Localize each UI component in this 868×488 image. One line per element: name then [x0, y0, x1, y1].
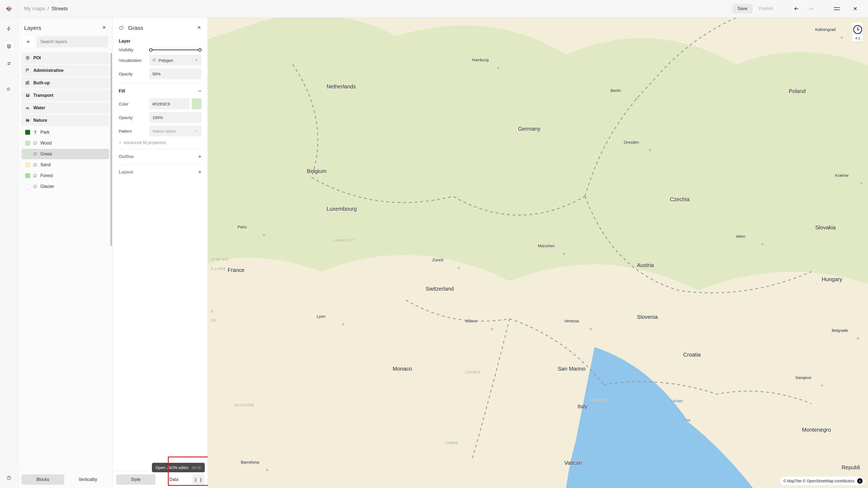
layer-item-grass[interactable]: Grass [22, 149, 109, 159]
svg-point-6 [28, 96, 29, 96]
layer-item-forest[interactable]: Forest [22, 170, 109, 181]
map-svg [208, 18, 868, 488]
rail-help-button[interactable] [4, 474, 13, 483]
visibility-label: Visibility [119, 47, 146, 52]
close-icon [852, 6, 858, 11]
plus-icon: + [198, 169, 202, 176]
tab-verticality[interactable]: Verticality [66, 475, 109, 485]
layers-list[interactable]: POI Administrative Built-up Transport Wa… [18, 51, 113, 471]
separator [5, 76, 12, 76]
section-outline-toggle[interactable]: Outline + [119, 153, 202, 160]
layer-item-wood[interactable]: Wood [22, 138, 109, 148]
city-dot [491, 328, 493, 330]
group-label: Built-up [33, 80, 50, 86]
layer-label: Grass [40, 152, 52, 156]
layer-label: Wood [40, 141, 52, 145]
clock-icon [852, 24, 863, 35]
add-layer-button[interactable] [23, 36, 34, 47]
save-button[interactable]: Save [733, 4, 752, 13]
visualization-label: Visualization [119, 58, 146, 63]
city-dot [263, 234, 265, 236]
layer-opacity-input[interactable]: 50% [149, 68, 202, 79]
map-canvas[interactable]: NetherlandsGermanyPolandBelgiumLuxembour… [208, 18, 868, 488]
plus-icon: + [198, 153, 202, 160]
layer-group-poi[interactable]: POI [22, 52, 109, 64]
chevron-down-icon [194, 129, 198, 133]
scrollbar[interactable] [111, 53, 112, 246]
layer-item-glacier[interactable]: Glacier [22, 182, 109, 192]
layer-group-administrative[interactable]: Administrative [22, 65, 109, 76]
city-dot [342, 323, 344, 325]
help-icon [6, 476, 11, 480]
city-dot [636, 98, 638, 99]
bolt-icon [6, 26, 11, 31]
group-label: Transport [33, 93, 54, 98]
fill-opacity-value: 100% [152, 115, 163, 120]
back-button[interactable] [792, 5, 801, 13]
topbar: My maps / Streets Save Publish [0, 0, 868, 18]
city-dot [497, 67, 499, 69]
search-layers-input[interactable] [37, 36, 108, 47]
tab-blocks[interactable]: Blocks [22, 475, 64, 485]
city-dot [267, 469, 268, 471]
map-version-value: 4.1 [855, 36, 860, 40]
layers-icon [6, 44, 11, 48]
layer-item-park[interactable]: T Park [22, 127, 109, 137]
publish-button[interactable]: Publish [754, 4, 778, 13]
polygon-icon [33, 173, 38, 178]
collapse-fill-button[interactable]: − [198, 88, 202, 95]
fill-pattern-dropdown[interactable]: Select option [149, 126, 202, 136]
fill-color-label: Color [119, 102, 146, 106]
section-layout-toggle[interactable]: Layout + [119, 169, 202, 176]
city-dot [563, 253, 565, 255]
fill-pattern-label: Pattern [119, 129, 146, 133]
layer-group-nature[interactable]: Nature [22, 115, 109, 126]
tool-rail [0, 18, 18, 488]
color-swatch [25, 162, 30, 167]
map-attribution: © MapTiler © OpenStreetMap contributors … [780, 477, 865, 485]
topbar-actions: Save Publish [733, 4, 868, 13]
puzzle-icon [6, 87, 11, 92]
layer-opacity-value: 50% [152, 72, 161, 76]
menu-button[interactable] [833, 5, 841, 13]
color-swatch [25, 173, 30, 178]
layer-group-transport[interactable]: Transport [22, 90, 109, 101]
rail-layers-button[interactable] [4, 41, 13, 51]
rail-plugins-button[interactable] [4, 85, 13, 94]
layer-group-builtup[interactable]: Built-up [22, 77, 109, 89]
color-swatch [25, 141, 30, 145]
menu-icon [834, 7, 840, 10]
rail-quick-button[interactable] [4, 24, 13, 33]
forward-button[interactable] [807, 5, 815, 13]
tab-data[interactable]: Data [158, 475, 190, 485]
breadcrumb: My maps / Streets [18, 6, 733, 12]
info-icon[interactable]: i [857, 478, 863, 484]
layer-item-sand[interactable]: Sand [22, 160, 109, 170]
fill-opacity-input[interactable]: 100% [149, 112, 202, 123]
layer-group-water[interactable]: Water [22, 102, 109, 113]
app-logo[interactable] [0, 0, 18, 18]
json-editor-button[interactable]: { } [192, 475, 204, 485]
close-button[interactable] [851, 5, 859, 13]
polygon-icon [33, 152, 38, 156]
city-dot [857, 337, 859, 339]
fill-color-swatch[interactable] [192, 98, 202, 109]
properties-close-button[interactable] [197, 25, 202, 31]
group-label: Water [33, 105, 45, 110]
flag-icon [25, 68, 30, 73]
json-editor-tooltip: Open JSON editor Alt+E [152, 463, 205, 472]
layers-close-button[interactable] [102, 25, 106, 31]
svg-point-1 [8, 64, 9, 65]
map-version-badge[interactable]: 4.1 [852, 23, 863, 42]
fill-color-input[interactable]: #D2E8C9 [149, 98, 202, 109]
buildings-icon [25, 80, 30, 86]
visualization-dropdown[interactable]: Polygon [149, 55, 202, 66]
group-label: POI [33, 56, 41, 61]
fill-opacity-label: Opacity [119, 115, 146, 120]
tab-style[interactable]: Style [116, 475, 155, 485]
advanced-fill-toggle[interactable]: Advanced fill properties [119, 140, 202, 145]
breadcrumb-parent[interactable]: My maps [24, 6, 45, 11]
city-dot [762, 243, 763, 246]
visibility-slider[interactable] [149, 48, 202, 52]
rail-settings-button[interactable] [4, 59, 13, 68]
